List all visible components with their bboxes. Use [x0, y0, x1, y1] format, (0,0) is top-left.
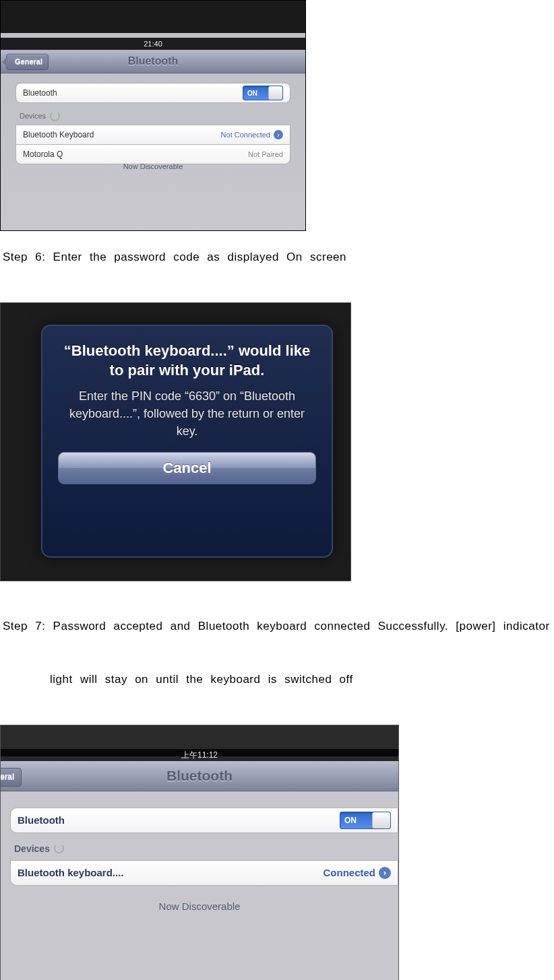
- screenshot-pairing-dialog: “Bluetooth keyboard....” would like to p…: [0, 302, 351, 581]
- status-time: 21:40: [144, 40, 162, 48]
- dialog-title: “Bluetooth keyboard....” would like to p…: [59, 341, 315, 381]
- device-status: Connected: [323, 867, 375, 878]
- nav-bar: eneral Bluetooth: [1, 761, 398, 791]
- spinner-icon: [54, 843, 64, 853]
- nav-bar: General Bluetooth: [1, 50, 305, 73]
- step-7-text-line1: Step 7: Password accepted and Bluetooth …: [0, 618, 554, 635]
- toggle-label: ON: [344, 816, 357, 825]
- detail-disclosure-icon[interactable]: ›: [274, 130, 283, 139]
- device-status: Not Connected: [221, 131, 270, 139]
- bluetooth-toggle-row[interactable]: Bluetooth ON: [16, 83, 290, 103]
- screenshot-bluetooth-settings: 21:40 General Bluetooth Bluetooth ON Dev…: [0, 0, 306, 231]
- step-6-text: Step 6: Enter the password code as displ…: [0, 249, 554, 266]
- spinner-icon: [50, 111, 60, 121]
- step-7-text-line2: light will stay on until the keyboard is…: [0, 671, 554, 688]
- screenshot-bluetooth-connected: 上午11:12 eneral Bluetooth Bluetooth ON De…: [0, 725, 399, 981]
- pairing-dialog: “Bluetooth keyboard....” would like to p…: [41, 325, 333, 558]
- back-label: eneral: [0, 772, 14, 781]
- device-row[interactable]: Bluetooth keyboard.... Connected ›: [10, 860, 398, 886]
- bluetooth-toggle-row[interactable]: Bluetooth ON: [10, 808, 398, 833]
- device-name: Bluetooth keyboard....: [18, 867, 124, 878]
- discoverable-label: Now Discoverable: [1, 901, 398, 912]
- settings-rows: Bluetooth ON Devices Bluetooth keyboard.…: [10, 808, 398, 886]
- devices-section-label: Devices: [10, 833, 398, 860]
- cancel-button[interactable]: Cancel: [58, 452, 316, 484]
- nav-title: Bluetooth: [166, 768, 233, 783]
- devices-label-text: Devices: [20, 112, 46, 120]
- devices-section-label: Devices: [16, 103, 290, 125]
- back-button[interactable]: General: [6, 54, 49, 70]
- nav-title: Bluetooth: [128, 55, 179, 67]
- device-row[interactable]: Motorola Q Not Paired: [16, 144, 290, 164]
- back-button[interactable]: eneral: [0, 768, 22, 787]
- devices-label-text: Devices: [14, 843, 50, 854]
- bluetooth-row-label: Bluetooth: [18, 814, 65, 826]
- device-row[interactable]: Bluetooth Keyboard Not Connected ›: [16, 125, 290, 144]
- settings-rows: Bluetooth ON Devices Bluetooth Keyboard …: [16, 83, 290, 164]
- toggle-label: ON: [247, 90, 257, 97]
- detail-disclosure-icon[interactable]: ›: [379, 867, 391, 879]
- device-status: Not Paired: [248, 150, 283, 158]
- device-name: Bluetooth Keyboard: [23, 130, 94, 139]
- status-bar: 上午11:12: [1, 749, 398, 761]
- cancel-label: Cancel: [162, 459, 211, 477]
- dialog-body: Enter the PIN code “6630” on “Bluetooth …: [59, 387, 315, 440]
- discoverable-label: Now Discoverable: [1, 162, 305, 170]
- bluetooth-toggle-on[interactable]: ON: [340, 812, 391, 829]
- back-label: General: [15, 57, 42, 65]
- status-bar: 21:40: [1, 38, 305, 50]
- bluetooth-toggle-on[interactable]: ON: [243, 86, 283, 100]
- status-time: 上午11:12: [181, 750, 218, 760]
- bluetooth-row-label: Bluetooth: [23, 88, 57, 98]
- device-name: Motorola Q: [23, 150, 63, 159]
